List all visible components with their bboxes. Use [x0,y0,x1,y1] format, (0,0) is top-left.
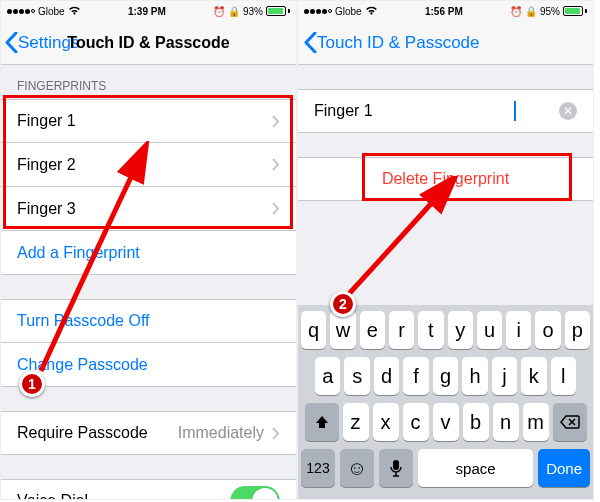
section-header-fingerprints: FINGERPRINTS [1,65,296,99]
back-label: Settings [18,33,79,53]
key-letter[interactable]: a [315,357,340,395]
wifi-icon [365,5,378,17]
fingerprint-label: Finger 1 [17,112,76,130]
key-space[interactable]: space [418,449,533,487]
fingerprint-name-input[interactable] [314,102,514,120]
add-fingerprint-button[interactable]: Add a Fingerprint [1,231,296,275]
battery-icon [563,6,587,16]
turn-passcode-off-button[interactable]: Turn Passcode Off [1,299,296,343]
key-letter[interactable]: z [343,403,369,441]
battery-icon [266,6,290,16]
rotation-lock-icon: 🔒 [228,6,240,17]
alarm-icon: ⏰ [510,6,522,17]
key-letter[interactable]: b [463,403,489,441]
voice-dial-row: Voice Dial [1,479,296,500]
key-letter[interactable]: u [477,311,502,349]
require-passcode-label: Require Passcode [17,424,148,442]
status-bar: Globe 1:39 PM ⏰ 🔒 93% [1,1,296,21]
chevron-left-icon [304,32,317,53]
nav-bar: Touch ID & Passcode [298,21,593,65]
key-letter[interactable]: l [551,357,576,395]
key-letter[interactable]: e [360,311,385,349]
backspace-icon [560,415,580,429]
voice-dial-toggle[interactable] [230,486,280,500]
annotation-marker: 2 [330,291,356,317]
signal-icon [7,9,35,14]
back-label: Touch ID & Passcode [317,33,480,53]
keyboard-row: asdfghjkl [301,357,590,395]
fingerprint-name-row: ✕ [298,89,593,133]
key-mic[interactable] [379,449,413,487]
add-fingerprint-label: Add a Fingerprint [17,244,140,262]
delete-fingerprint-button[interactable]: Delete Fingerprint [298,157,593,201]
key-emoji[interactable]: ☺ [340,449,374,487]
chevron-right-icon [272,158,280,171]
key-letter[interactable]: r [389,311,414,349]
key-letter[interactable]: x [373,403,399,441]
key-letter[interactable]: d [374,357,399,395]
back-button[interactable]: Touch ID & Passcode [298,32,480,53]
battery-percent: 93% [243,6,263,17]
chevron-right-icon [272,427,280,440]
key-letter[interactable]: g [433,357,458,395]
key-backspace[interactable] [553,403,587,441]
nav-bar: Settings Touch ID & Passcode [1,21,296,65]
alarm-icon: ⏰ [213,6,225,17]
voice-dial-label: Voice Dial [17,492,88,500]
key-letter[interactable]: s [344,357,369,395]
delete-fingerprint-label: Delete Fingerprint [382,170,509,188]
fingerprint-label: Finger 2 [17,156,76,174]
key-letter[interactable]: q [301,311,326,349]
carrier-label: Globe [38,6,65,17]
key-letter[interactable]: v [433,403,459,441]
chevron-right-icon [272,202,280,215]
key-letter[interactable]: m [523,403,549,441]
fingerprint-item[interactable]: Finger 1 [1,99,296,143]
key-letter[interactable]: h [462,357,487,395]
require-passcode-row[interactable]: Require Passcode Immediately [1,411,296,455]
key-letter[interactable]: c [403,403,429,441]
carrier-label: Globe [335,6,362,17]
key-done[interactable]: Done [538,449,590,487]
status-bar: Globe 1:56 PM ⏰ 🔒 95% [298,1,593,21]
chevron-left-icon [5,32,18,53]
text-cursor [514,101,516,121]
key-shift[interactable] [305,403,339,441]
key-letter[interactable]: i [506,311,531,349]
turn-passcode-off-label: Turn Passcode Off [17,312,150,330]
battery-percent: 95% [540,6,560,17]
key-letter[interactable]: y [448,311,473,349]
clear-text-icon[interactable]: ✕ [559,102,577,120]
clock: 1:56 PM [425,6,463,17]
change-passcode-button[interactable]: Change Passcode [1,343,296,387]
key-letter[interactable]: n [493,403,519,441]
fingerprint-item[interactable]: Finger 2 [1,143,296,187]
screen-fingerprint-edit: Globe 1:56 PM ⏰ 🔒 95% Touch ID & Passcod… [297,0,594,500]
mic-icon [389,459,403,477]
screen-fingerprint-list: Globe 1:39 PM ⏰ 🔒 93% Settings Touch ID … [0,0,297,500]
clock: 1:39 PM [128,6,166,17]
key-letter[interactable]: o [535,311,560,349]
keyboard-row: zxcvbnm [301,403,590,441]
fingerprint-label: Finger 3 [17,200,76,218]
svg-rect-0 [393,460,399,470]
key-numbers[interactable]: 123 [301,449,335,487]
shift-icon [314,414,330,430]
key-letter[interactable]: k [521,357,546,395]
key-letter[interactable]: f [403,357,428,395]
change-passcode-label: Change Passcode [17,356,148,374]
fingerprint-item[interactable]: Finger 3 [1,187,296,231]
chevron-right-icon [272,115,280,128]
key-letter[interactable]: p [565,311,590,349]
key-letter[interactable]: j [492,357,517,395]
keyboard-row: 123 ☺ space Done [301,449,590,487]
back-button[interactable]: Settings [1,32,79,53]
annotation-marker: 1 [19,371,45,397]
signal-icon [304,9,332,14]
key-letter[interactable]: t [418,311,443,349]
keyboard: qwertyuiop asdfghjkl zxcvbnm 123 ☺ space… [298,305,593,499]
wifi-icon [68,5,81,17]
require-passcode-value: Immediately [178,424,264,442]
rotation-lock-icon: 🔒 [525,6,537,17]
